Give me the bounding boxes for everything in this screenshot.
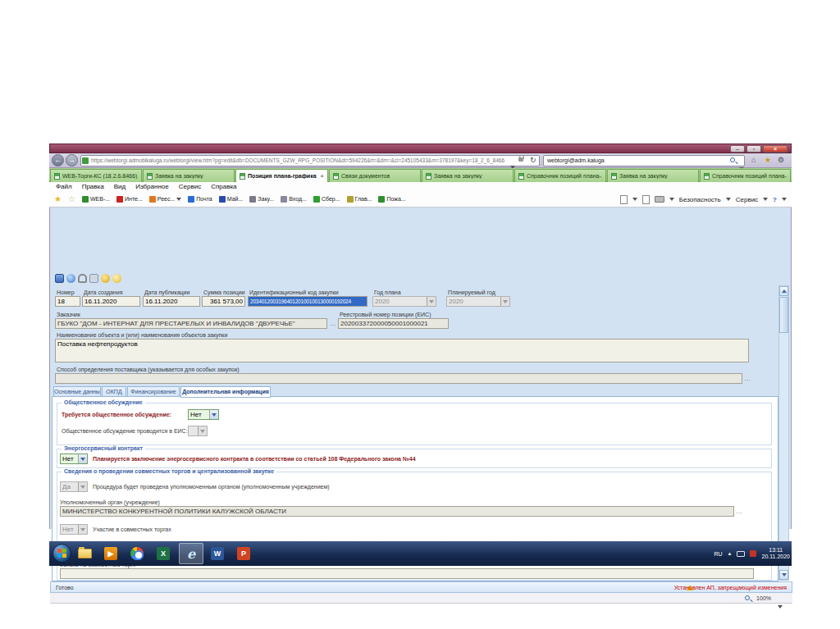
tab-additional-info[interactable]: Дополнительная информация (180, 386, 271, 398)
copy-icon[interactable] (89, 274, 98, 283)
favorite-item[interactable]: Реес... (149, 196, 181, 203)
scroll-up-icon[interactable] (779, 286, 788, 296)
search-input[interactable]: webtorgi@adm.kaluga (543, 155, 745, 166)
scrollbar-thumb[interactable] (779, 297, 788, 333)
excel-icon[interactable]: X (156, 546, 171, 561)
section-title: Сведения о проведении совместных торгов … (62, 468, 276, 474)
favorite-item[interactable]: Май... (219, 196, 244, 203)
favicon-icon (378, 196, 385, 203)
customer-picker-button[interactable]: … (330, 320, 336, 327)
page-icon (518, 173, 524, 180)
tools-gear-icon[interactable]: ⚙ (778, 156, 784, 164)
favorite-item[interactable]: Вход... (281, 196, 307, 203)
menu-service[interactable]: Сервис (179, 183, 201, 190)
reading-view-icon[interactable] (642, 195, 650, 204)
info-icon[interactable] (101, 274, 110, 283)
powerpoint-icon[interactable]: P (236, 546, 251, 561)
language-indicator[interactable]: RU (714, 551, 722, 557)
page-icon (611, 173, 617, 180)
menu-view[interactable]: Вид (114, 183, 126, 190)
media-player-icon[interactable]: ▶ (103, 546, 118, 561)
service-menu[interactable]: Сервис (736, 196, 758, 203)
start-button[interactable] (52, 544, 71, 563)
authority-picker-button[interactable]: … (736, 508, 742, 515)
favorite-item[interactable]: Пожа... (378, 196, 405, 203)
maximize-button[interactable]: ▫ (746, 145, 761, 153)
ikz-field[interactable]: 203401200319640120100100130000192024 (248, 296, 368, 307)
help-ball-icon[interactable] (112, 274, 121, 283)
favorites-star-icon[interactable]: ★ (765, 156, 771, 164)
favorite-item[interactable]: Инте... (116, 196, 143, 203)
browser-tab[interactable]: Справочник позиций плана-... (514, 169, 606, 182)
tab-close-icon[interactable]: × (320, 172, 324, 180)
search-icon[interactable] (730, 157, 735, 162)
save-icon[interactable] (55, 274, 64, 283)
field-label: Процедура будет проведена уполномоченным… (93, 484, 330, 490)
close-button[interactable]: × (763, 145, 788, 153)
joint-request-field[interactable] (60, 568, 754, 579)
nomer-field[interactable]: 18 (55, 296, 80, 307)
created-date-field[interactable]: 16.11.2020 (82, 296, 140, 307)
volume-icon[interactable] (750, 550, 756, 557)
browser-tab[interactable]: WEB-Торги-КС (18.2.6.8466) :... (50, 169, 142, 182)
printer-icon[interactable] (655, 196, 664, 203)
sum-field[interactable]: 361 573,00 (202, 296, 245, 307)
tray-expand-icon[interactable]: ▲ (728, 551, 733, 556)
chrome-icon[interactable] (130, 546, 144, 561)
discussion-required-select[interactable]: Нет (188, 409, 219, 420)
method-field[interactable] (55, 373, 742, 384)
joint-participation-select[interactable]: Нет (60, 524, 88, 535)
method-picker-button[interactable]: … (744, 375, 751, 382)
discussion-eis-select[interactable] (188, 426, 208, 436)
network-icon[interactable] (737, 551, 745, 557)
menu-edit[interactable]: Правка (82, 183, 104, 190)
minimize-button[interactable]: – (730, 145, 745, 153)
page-icon (240, 173, 245, 180)
authority-field[interactable]: МИНИСТЕРСТВО КОНКУРЕНТНОЙ ПОЛИТИКИ КАЛУЖ… (60, 506, 734, 517)
home-icon[interactable]: ⌂ (751, 156, 756, 164)
menu-favorites[interactable]: Избранное (135, 183, 169, 190)
back-button[interactable]: ← (52, 154, 64, 166)
published-date-field[interactable]: 16.11.2020 (143, 296, 200, 307)
zoom-level[interactable]: 100% (756, 595, 771, 601)
favorite-item[interactable]: Глав... (347, 196, 372, 203)
tray-clock[interactable]: 13:11 20.11.2020 (761, 547, 790, 560)
internet-explorer-icon[interactable]: e (184, 546, 199, 561)
window-titlebar[interactable]: – ▫ × (49, 144, 792, 153)
browser-tab[interactable]: Заявка на закупку (422, 169, 514, 182)
refresh-icon[interactable]: ↻ (530, 156, 536, 164)
chevron-down-icon (209, 410, 218, 419)
joint-procedure-select[interactable]: Да (60, 481, 88, 492)
security-menu[interactable]: Безопасность (679, 196, 721, 203)
object-name-textarea[interactable]: Поставка нефтепродуктов (55, 339, 749, 362)
menu-help[interactable]: Справка (211, 183, 236, 190)
page-view-icon[interactable] (620, 195, 628, 204)
menu-file[interactable]: Файл (56, 183, 72, 190)
view-icon[interactable] (66, 274, 75, 283)
help-icon[interactable]: ? (773, 196, 777, 203)
browser-tab[interactable]: Справочник позиций плана-... (700, 169, 791, 182)
favorites-add-icon[interactable]: ★ (54, 194, 62, 203)
favorite-item[interactable]: Заку... (249, 196, 274, 203)
vertical-scrollbar[interactable] (778, 285, 789, 581)
planned-year-select[interactable]: 2020 (446, 296, 510, 307)
zoom-dropdown-icon[interactable] (778, 597, 783, 612)
energy-contract-select[interactable]: Нет (60, 454, 88, 464)
address-bar[interactable]: https://webtorgi.admoblkaluga.ru/webtorg… (80, 155, 540, 166)
browser-tab[interactable]: Заявка на закупку (607, 169, 699, 182)
favorite-item[interactable]: WEB-... (82, 196, 110, 203)
browser-tab[interactable]: Заявка на закупку (143, 169, 235, 182)
favorite-item[interactable]: Почта (188, 196, 212, 203)
favorite-item[interactable]: Сбер... (313, 196, 340, 203)
plan-year-select[interactable]: 2020 (372, 296, 436, 307)
forward-button[interactable]: → (66, 154, 78, 166)
browser-tab-active[interactable]: Позиция плана-графика × (235, 169, 328, 182)
scroll-down-icon[interactable] (779, 570, 788, 580)
attachment-icon[interactable] (78, 274, 87, 283)
word-icon[interactable]: W (210, 546, 225, 561)
favorites-star2-icon[interactable]: ☆ (68, 194, 75, 203)
browser-tab[interactable]: Связи документов (329, 169, 421, 182)
eis-number-field[interactable]: 202003372000050001000021 (338, 318, 449, 329)
explorer-icon[interactable] (77, 546, 92, 561)
customer-field[interactable]: ГБУКО "ДОМ - ИНТЕРНАТ ДЛЯ ПРЕСТАРЕЛЫХ И … (55, 318, 327, 329)
